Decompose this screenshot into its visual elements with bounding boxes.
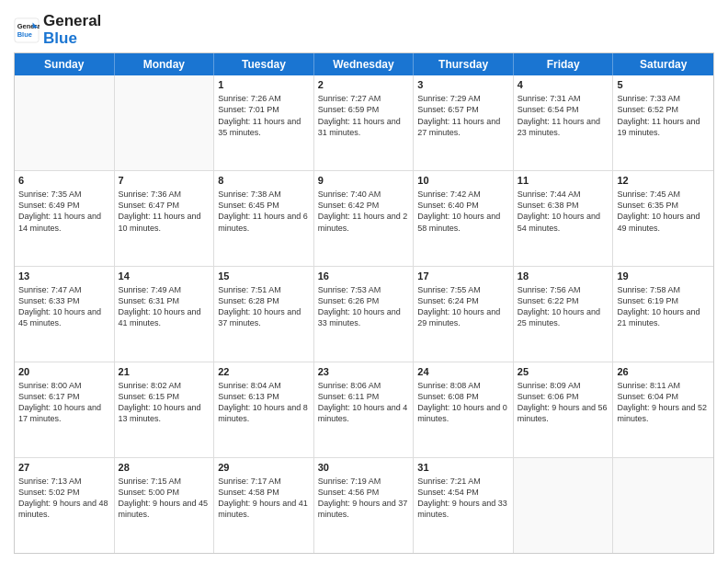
- day-info: Sunrise: 7:55 AMSunset: 6:24 PMDaylight:…: [417, 284, 509, 329]
- weekday-header: Tuesday: [214, 53, 314, 75]
- day-info: Sunrise: 7:47 AMSunset: 6:33 PMDaylight:…: [18, 284, 110, 329]
- calendar-day-26: 26Sunrise: 8:11 AMSunset: 6:04 PMDayligh…: [613, 362, 713, 457]
- calendar-day-29: 29Sunrise: 7:17 AMSunset: 4:58 PMDayligh…: [214, 458, 314, 553]
- day-info: Sunrise: 7:42 AMSunset: 6:40 PMDaylight:…: [417, 189, 509, 234]
- day-info: Sunrise: 7:15 AMSunset: 5:00 PMDaylight:…: [119, 476, 210, 521]
- day-info: Sunrise: 7:31 AMSunset: 6:54 PMDaylight:…: [518, 93, 609, 138]
- day-number: 6: [18, 174, 110, 188]
- day-number: 23: [318, 365, 410, 379]
- svg-text:Blue: Blue: [17, 29, 32, 38]
- calendar-day-1: 1Sunrise: 7:26 AMSunset: 7:01 PMDaylight…: [214, 75, 314, 170]
- calendar-day-15: 15Sunrise: 7:51 AMSunset: 6:28 PMDayligh…: [214, 267, 314, 362]
- calendar-row: 6Sunrise: 7:35 AMSunset: 6:49 PMDaylight…: [15, 171, 713, 267]
- logo-icon: General Blue: [14, 17, 40, 43]
- day-info: Sunrise: 8:00 AMSunset: 6:17 PMDaylight:…: [18, 380, 110, 425]
- day-number: 16: [318, 270, 410, 283]
- day-info: Sunrise: 7:58 AMSunset: 6:19 PMDaylight:…: [617, 284, 710, 329]
- day-number: 1: [218, 78, 310, 92]
- calendar-day-20: 20Sunrise: 8:00 AMSunset: 6:17 PMDayligh…: [15, 362, 115, 457]
- header: General Blue GeneralBlue: [14, 9, 714, 47]
- calendar-day-17: 17Sunrise: 7:55 AMSunset: 6:24 PMDayligh…: [414, 267, 514, 362]
- day-number: 24: [417, 365, 509, 379]
- day-number: 10: [417, 174, 509, 188]
- day-info: Sunrise: 7:17 AMSunset: 4:58 PMDaylight:…: [218, 476, 310, 521]
- calendar-empty-cell: [15, 75, 115, 170]
- day-number: 30: [318, 461, 410, 475]
- day-info: Sunrise: 8:02 AMSunset: 6:15 PMDaylight:…: [119, 380, 210, 425]
- day-info: Sunrise: 7:49 AMSunset: 6:31 PMDaylight:…: [119, 284, 210, 329]
- calendar-day-8: 8Sunrise: 7:38 AMSunset: 6:45 PMDaylight…: [214, 171, 314, 266]
- calendar-day-23: 23Sunrise: 8:06 AMSunset: 6:11 PMDayligh…: [314, 362, 415, 457]
- day-number: 22: [218, 365, 310, 379]
- day-info: Sunrise: 7:51 AMSunset: 6:28 PMDaylight:…: [218, 284, 310, 329]
- day-info: Sunrise: 7:13 AMSunset: 5:02 PMDaylight:…: [18, 476, 110, 521]
- calendar-row: 13Sunrise: 7:47 AMSunset: 6:33 PMDayligh…: [15, 267, 713, 362]
- day-number: 28: [119, 461, 210, 475]
- weekday-header: Wednesday: [314, 53, 415, 75]
- calendar-day-14: 14Sunrise: 7:49 AMSunset: 6:31 PMDayligh…: [115, 267, 215, 362]
- calendar-empty-cell: [115, 75, 215, 170]
- calendar-day-25: 25Sunrise: 8:09 AMSunset: 6:06 PMDayligh…: [514, 362, 614, 457]
- calendar-row: 20Sunrise: 8:00 AMSunset: 6:17 PMDayligh…: [15, 362, 713, 458]
- day-info: Sunrise: 7:33 AMSunset: 6:52 PMDaylight:…: [617, 93, 710, 138]
- calendar-header: SundayMondayTuesdayWednesdayThursdayFrid…: [15, 53, 713, 75]
- day-info: Sunrise: 7:40 AMSunset: 6:42 PMDaylight:…: [318, 189, 410, 234]
- day-number: 29: [218, 461, 310, 475]
- calendar-day-5: 5Sunrise: 7:33 AMSunset: 6:52 PMDaylight…: [613, 75, 713, 170]
- calendar-day-3: 3Sunrise: 7:29 AMSunset: 6:57 PMDaylight…: [414, 75, 514, 170]
- logo: General Blue GeneralBlue: [14, 9, 101, 47]
- day-info: Sunrise: 7:53 AMSunset: 6:26 PMDaylight:…: [318, 284, 410, 329]
- calendar-day-10: 10Sunrise: 7:42 AMSunset: 6:40 PMDayligh…: [414, 171, 514, 266]
- day-number: 17: [417, 270, 509, 283]
- day-info: Sunrise: 8:09 AMSunset: 6:06 PMDaylight:…: [518, 380, 609, 425]
- day-number: 9: [318, 174, 410, 188]
- day-number: 25: [518, 365, 609, 379]
- day-info: Sunrise: 7:21 AMSunset: 4:54 PMDaylight:…: [417, 476, 509, 521]
- calendar-day-28: 28Sunrise: 7:15 AMSunset: 5:00 PMDayligh…: [115, 458, 215, 553]
- day-info: Sunrise: 7:36 AMSunset: 6:47 PMDaylight:…: [119, 189, 210, 234]
- page: General Blue GeneralBlue SundayMondayTue…: [0, 0, 728, 563]
- day-number: 14: [119, 270, 210, 283]
- day-info: Sunrise: 7:27 AMSunset: 6:59 PMDaylight:…: [318, 93, 410, 138]
- calendar-day-27: 27Sunrise: 7:13 AMSunset: 5:02 PMDayligh…: [15, 458, 115, 553]
- calendar: SundayMondayTuesdayWednesdayThursdayFrid…: [14, 52, 714, 554]
- day-number: 11: [518, 174, 609, 188]
- day-info: Sunrise: 7:56 AMSunset: 6:22 PMDaylight:…: [518, 284, 609, 329]
- day-number: 26: [617, 365, 710, 379]
- day-info: Sunrise: 7:26 AMSunset: 7:01 PMDaylight:…: [218, 93, 310, 138]
- calendar-day-16: 16Sunrise: 7:53 AMSunset: 6:26 PMDayligh…: [314, 267, 415, 362]
- calendar-day-18: 18Sunrise: 7:56 AMSunset: 6:22 PMDayligh…: [514, 267, 614, 362]
- weekday-header: Sunday: [15, 53, 115, 75]
- weekday-header: Thursday: [414, 53, 514, 75]
- day-number: 4: [518, 78, 609, 92]
- calendar-day-12: 12Sunrise: 7:45 AMSunset: 6:35 PMDayligh…: [613, 171, 713, 266]
- calendar-day-6: 6Sunrise: 7:35 AMSunset: 6:49 PMDaylight…: [15, 171, 115, 266]
- calendar-day-9: 9Sunrise: 7:40 AMSunset: 6:42 PMDaylight…: [314, 171, 415, 266]
- day-number: 3: [417, 78, 509, 92]
- day-info: Sunrise: 7:29 AMSunset: 6:57 PMDaylight:…: [417, 93, 509, 138]
- calendar-day-4: 4Sunrise: 7:31 AMSunset: 6:54 PMDaylight…: [514, 75, 614, 170]
- calendar-day-24: 24Sunrise: 8:08 AMSunset: 6:08 PMDayligh…: [414, 362, 514, 457]
- day-info: Sunrise: 7:44 AMSunset: 6:38 PMDaylight:…: [518, 189, 609, 234]
- weekday-header: Monday: [115, 53, 215, 75]
- calendar-day-19: 19Sunrise: 7:58 AMSunset: 6:19 PMDayligh…: [613, 267, 713, 362]
- day-number: 20: [18, 365, 110, 379]
- day-number: 27: [18, 461, 110, 475]
- calendar-day-30: 30Sunrise: 7:19 AMSunset: 4:56 PMDayligh…: [314, 458, 415, 553]
- day-info: Sunrise: 7:35 AMSunset: 6:49 PMDaylight:…: [18, 189, 110, 234]
- day-number: 7: [119, 174, 210, 188]
- weekday-header: Friday: [514, 53, 614, 75]
- calendar-day-7: 7Sunrise: 7:36 AMSunset: 6:47 PMDaylight…: [115, 171, 215, 266]
- day-number: 12: [617, 174, 710, 188]
- calendar-row: 27Sunrise: 7:13 AMSunset: 5:02 PMDayligh…: [15, 458, 713, 553]
- day-number: 8: [218, 174, 310, 188]
- day-info: Sunrise: 7:19 AMSunset: 4:56 PMDaylight:…: [318, 476, 410, 521]
- calendar-day-11: 11Sunrise: 7:44 AMSunset: 6:38 PMDayligh…: [514, 171, 614, 266]
- calendar-day-21: 21Sunrise: 8:02 AMSunset: 6:15 PMDayligh…: [115, 362, 215, 457]
- day-info: Sunrise: 8:06 AMSunset: 6:11 PMDaylight:…: [318, 380, 410, 425]
- day-number: 31: [417, 461, 509, 475]
- day-number: 21: [119, 365, 210, 379]
- calendar-day-22: 22Sunrise: 8:04 AMSunset: 6:13 PMDayligh…: [214, 362, 314, 457]
- calendar-day-31: 31Sunrise: 7:21 AMSunset: 4:54 PMDayligh…: [414, 458, 514, 553]
- day-number: 18: [518, 270, 609, 283]
